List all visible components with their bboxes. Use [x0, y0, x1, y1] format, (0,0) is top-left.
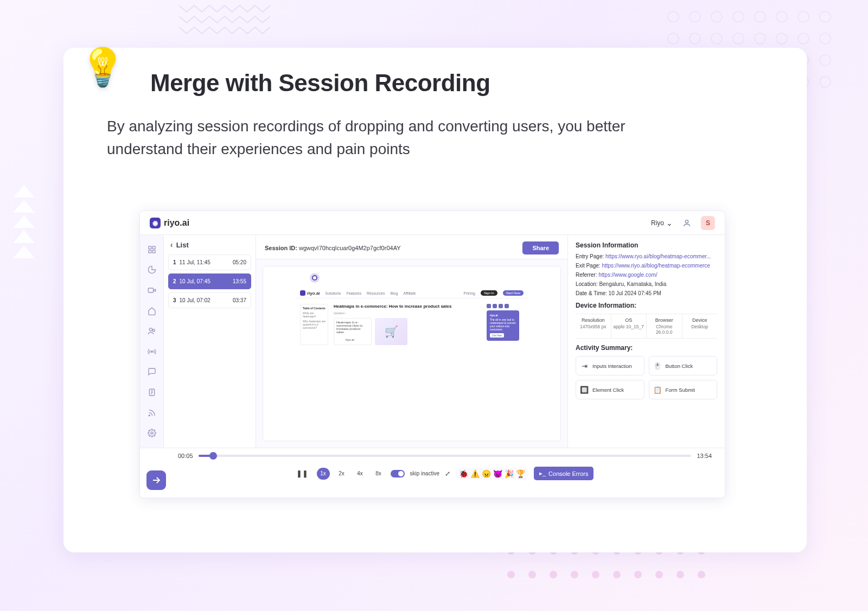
feature-description: By analyzing session recordings of dropp… [107, 115, 704, 161]
nav-analytics-icon[interactable] [147, 265, 157, 275]
button-click-icon: 🖱️ [653, 361, 662, 371]
feature-title: Merge with Session Recording [150, 69, 774, 97]
device-grid: Resolution1470x956 px OSapple 10_15_7 Br… [576, 314, 717, 339]
player-bar: 00:05 13:54 ❚❚ 1x 2x 4x 8x skip inactive… [140, 448, 725, 498]
warning-filter-icon[interactable]: ⚠️ [470, 469, 480, 478]
nav-users-icon[interactable] [147, 326, 157, 336]
nav-settings-icon[interactable] [147, 428, 157, 438]
activity-inputs[interactable]: ⇥Inputs Interaction [576, 356, 644, 375]
svg-point-7 [152, 329, 155, 332]
workspace-selector[interactable]: Riyo [651, 219, 673, 227]
cursor-indicator-icon [312, 275, 317, 281]
activity-element[interactable]: 🔲Element Click [576, 380, 644, 399]
lightbulb-icon: 💡 [80, 46, 126, 89]
terminal-icon: ▸_ [539, 470, 546, 477]
session-id: Session ID: wgwqvI70hcqIcuar0g4M2p7gcf0r… [265, 245, 401, 251]
nav-recordings-icon[interactable] [147, 285, 157, 295]
app-logo[interactable]: ◉ riyo.ai [150, 218, 189, 228]
app-header: ◉ riyo.ai Riyo S [140, 211, 725, 235]
seek-track[interactable] [199, 455, 692, 457]
svg-rect-2 [152, 246, 155, 249]
inputs-icon: ⇥ [579, 361, 589, 371]
console-errors-button[interactable]: ▸_ Console Errors [534, 467, 593, 480]
nav-forms-icon[interactable] [147, 387, 157, 397]
session-row[interactable]: 3 10 Jul, 07:02 03:37 [168, 292, 251, 308]
list-title: List [176, 241, 189, 249]
info-panel: Session Information Entry Page: https://… [567, 235, 725, 448]
share-button[interactable]: Share [522, 241, 559, 254]
nav-live-icon[interactable] [147, 347, 157, 357]
svg-point-0 [685, 220, 688, 222]
frustration-filter-icon[interactable]: 😠 [482, 469, 491, 478]
pause-button[interactable]: ❚❚ [296, 469, 308, 478]
bug-filter-icon[interactable]: 🐞 [459, 469, 468, 478]
activity-button[interactable]: 🖱️Button Click [649, 356, 718, 375]
session-info-title: Session Information [576, 241, 717, 249]
workspace-name: Riyo [651, 219, 664, 227]
trophy-filter-icon[interactable]: 🏆 [516, 469, 525, 478]
activity-form[interactable]: 📋Form Submit [649, 380, 718, 399]
fullscreen-icon[interactable]: ⤢ [445, 470, 450, 478]
feature-card: 💡 Merge with Session Recording By analyz… [63, 48, 807, 552]
session-row[interactable]: 1 11 Jul, 11:45 05:20 [168, 254, 251, 270]
skip-inactive-toggle[interactable] [391, 470, 405, 478]
speed-8x[interactable]: 8x [372, 468, 385, 480]
left-nav [140, 235, 164, 448]
chevron-left-icon: ‹ [170, 240, 173, 249]
svg-rect-3 [149, 250, 151, 253]
session-row[interactable]: 2 10 Jul, 07:45 13:55 [168, 273, 251, 289]
mini-page: riyo.ai Solutions Features Resources Blo… [296, 288, 528, 435]
brand-name: riyo.ai [164, 218, 189, 228]
datetime: Date & Time: 10 Jul 2024 07:45 PM [576, 290, 717, 296]
decor-triangles [13, 184, 35, 258]
logo-icon: ◉ [150, 218, 161, 228]
nav-heatmap-icon[interactable] [147, 306, 157, 316]
collapse-sidebar-button[interactable] [146, 470, 166, 490]
nav-feed-icon[interactable] [147, 408, 157, 418]
skip-inactive-label: skip inactive [410, 470, 439, 476]
goal-filter-icon[interactable]: 🎉 [505, 469, 514, 478]
nav-chat-icon[interactable] [147, 367, 157, 377]
session-list-panel: ‹ List 1 11 Jul, 11:45 05:20 2 10 Jul, 0… [164, 235, 256, 448]
event-filter-tray: 🐞 ⚠️ 😠 👿 🎉 🏆 [456, 468, 528, 480]
seek-handle-icon[interactable] [209, 452, 217, 460]
svg-rect-1 [149, 246, 151, 249]
decor-zigzag [179, 0, 271, 38]
user-settings-icon[interactable] [680, 217, 693, 230]
form-submit-icon: 📋 [653, 385, 662, 394]
time-current: 00:05 [178, 453, 193, 459]
speed-4x[interactable]: 4x [354, 468, 367, 480]
avatar[interactable]: S [701, 216, 715, 230]
element-click-icon: 🔲 [579, 385, 589, 394]
speed-1x[interactable]: 1x [317, 468, 330, 480]
list-back-button[interactable]: ‹ List [168, 240, 251, 249]
recording-preview[interactable]: riyo.ai Solutions Features Resources Blo… [263, 266, 561, 441]
location: Location: Bengaluru, Karnataka, India [576, 281, 717, 287]
rage-filter-icon[interactable]: 👿 [493, 469, 502, 478]
device-info-title: Device Information: [576, 302, 717, 309]
exit-page: Exit Page: https://www.riyo.ai/blog/heat… [576, 263, 717, 269]
svg-point-8 [151, 351, 152, 352]
svg-point-6 [149, 328, 152, 331]
svg-point-14 [151, 432, 153, 434]
svg-point-13 [149, 415, 150, 416]
speed-2x[interactable]: 2x [335, 468, 348, 480]
session-header: Session ID: wgwqvI70hcqIcuar0g4M2p7gcf0r… [256, 235, 567, 259]
svg-rect-4 [152, 250, 155, 253]
nav-dashboard-icon[interactable] [147, 245, 157, 254]
activity-title: Activity Summary: [576, 344, 717, 352]
center-panel: Session ID: wgwqvI70hcqIcuar0g4M2p7gcf0r… [256, 235, 567, 448]
entry-page: Entry Page: https://www.ryo.ai/blog/heat… [576, 253, 717, 259]
timeline: 00:05 13:54 [178, 453, 712, 459]
referrer: Referrer: https://www.google.com/ [576, 272, 717, 278]
app-screenshot: ◉ riyo.ai Riyo S [139, 211, 725, 498]
time-total: 13:54 [697, 453, 712, 459]
